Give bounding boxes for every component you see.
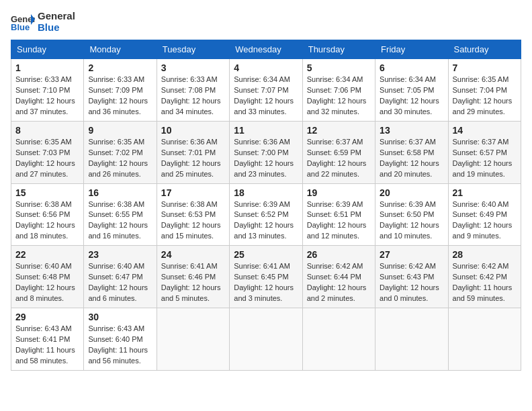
day-number: 16 (88, 187, 152, 198)
day-info: Sunrise: 6:38 AMSunset: 6:53 PMDaylight:… (161, 199, 225, 242)
day-number: 30 (88, 312, 152, 322)
logo-general-text: General (38, 11, 75, 22)
day-number: 13 (380, 125, 443, 136)
svg-text:Blue: Blue (11, 22, 30, 32)
calendar-empty-cell (302, 308, 375, 371)
day-info: Sunrise: 6:43 AMSunset: 6:40 PMDaylight:… (88, 324, 152, 367)
day-number: 19 (307, 187, 371, 198)
day-info: Sunrise: 6:36 AMSunset: 7:00 PMDaylight:… (234, 137, 298, 180)
day-info: Sunrise: 6:36 AMSunset: 7:01 PMDaylight:… (161, 137, 225, 180)
calendar-day-13: 13 Sunrise: 6:37 AMSunset: 6:58 PMDaylig… (375, 121, 448, 183)
day-number: 23 (88, 249, 152, 260)
calendar-day-12: 12 Sunrise: 6:37 AMSunset: 6:59 PMDaylig… (302, 121, 375, 183)
day-info: Sunrise: 6:38 AMSunset: 6:56 PMDaylight:… (15, 199, 79, 242)
day-info: Sunrise: 6:42 AMSunset: 6:43 PMDaylight:… (380, 261, 443, 304)
calendar-empty-cell (375, 308, 448, 371)
day-number: 5 (307, 62, 371, 73)
weekday-header-thursday: Thursday (302, 40, 375, 59)
day-number: 2 (88, 62, 152, 73)
day-info: Sunrise: 6:39 AMSunset: 6:50 PMDaylight:… (380, 199, 443, 242)
day-number: 6 (380, 62, 443, 73)
day-info: Sunrise: 6:40 AMSunset: 6:47 PMDaylight:… (88, 261, 152, 304)
calendar-day-24: 24 Sunrise: 6:41 AMSunset: 6:46 PMDaylig… (157, 246, 229, 308)
calendar-day-6: 6 Sunrise: 6:34 AMSunset: 7:05 PMDayligh… (375, 59, 448, 122)
calendar-day-11: 11 Sunrise: 6:36 AMSunset: 7:00 PMDaylig… (230, 121, 302, 183)
day-info: Sunrise: 6:37 AMSunset: 6:58 PMDaylight:… (380, 137, 443, 180)
day-info: Sunrise: 6:39 AMSunset: 6:51 PMDaylight:… (307, 199, 371, 242)
weekday-header-friday: Friday (375, 40, 448, 59)
day-info: Sunrise: 6:42 AMSunset: 6:42 PMDaylight:… (453, 261, 517, 304)
day-number: 29 (15, 312, 79, 322)
weekday-header-wednesday: Wednesday (230, 40, 302, 59)
day-number: 1 (15, 62, 79, 73)
day-info: Sunrise: 6:43 AMSunset: 6:41 PMDaylight:… (15, 324, 79, 367)
day-info: Sunrise: 6:34 AMSunset: 7:05 PMDaylight:… (380, 75, 443, 118)
calendar-day-26: 26 Sunrise: 6:42 AMSunset: 6:44 PMDaylig… (302, 246, 375, 308)
calendar-week-1: 1 Sunrise: 6:33 AMSunset: 7:10 PMDayligh… (11, 59, 521, 122)
day-number: 15 (15, 187, 79, 198)
day-number: 26 (307, 249, 371, 260)
day-info: Sunrise: 6:34 AMSunset: 7:06 PMDaylight:… (307, 75, 371, 118)
day-number: 28 (453, 249, 517, 260)
calendar-day-17: 17 Sunrise: 6:38 AMSunset: 6:53 PMDaylig… (157, 183, 229, 246)
calendar-day-20: 20 Sunrise: 6:39 AMSunset: 6:50 PMDaylig… (375, 183, 448, 246)
day-info: Sunrise: 6:37 AMSunset: 6:57 PMDaylight:… (453, 137, 517, 180)
calendar-table: SundayMondayTuesdayWednesdayThursdayFrid… (11, 40, 521, 371)
weekday-header-row: SundayMondayTuesdayWednesdayThursdayFrid… (11, 40, 521, 59)
day-number: 24 (161, 249, 225, 260)
day-info: Sunrise: 6:37 AMSunset: 6:59 PMDaylight:… (307, 137, 371, 180)
day-info: Sunrise: 6:33 AMSunset: 7:08 PMDaylight:… (161, 75, 225, 118)
day-info: Sunrise: 6:39 AMSunset: 6:52 PMDaylight:… (234, 199, 298, 242)
calendar-day-15: 15 Sunrise: 6:38 AMSunset: 6:56 PMDaylig… (11, 183, 84, 246)
page-header: General Blue General Blue (11, 11, 521, 33)
day-number: 21 (453, 187, 517, 198)
day-number: 11 (234, 125, 298, 136)
day-info: Sunrise: 6:34 AMSunset: 7:07 PMDaylight:… (234, 75, 298, 118)
calendar-empty-cell (230, 308, 302, 371)
day-info: Sunrise: 6:38 AMSunset: 6:55 PMDaylight:… (88, 199, 152, 242)
day-info: Sunrise: 6:35 AMSunset: 7:03 PMDaylight:… (15, 137, 79, 180)
day-info: Sunrise: 6:35 AMSunset: 7:02 PMDaylight:… (88, 137, 152, 180)
day-number: 14 (453, 125, 517, 136)
calendar-day-7: 7 Sunrise: 6:35 AMSunset: 7:04 PMDayligh… (448, 59, 521, 122)
calendar-day-28: 28 Sunrise: 6:42 AMSunset: 6:42 PMDaylig… (448, 246, 521, 308)
day-info: Sunrise: 6:41 AMSunset: 6:45 PMDaylight:… (234, 261, 298, 304)
day-info: Sunrise: 6:33 AMSunset: 7:10 PMDaylight:… (15, 75, 79, 118)
calendar-week-2: 8 Sunrise: 6:35 AMSunset: 7:03 PMDayligh… (11, 121, 521, 183)
calendar-day-1: 1 Sunrise: 6:33 AMSunset: 7:10 PMDayligh… (11, 59, 84, 122)
calendar-day-21: 21 Sunrise: 6:40 AMSunset: 6:49 PMDaylig… (448, 183, 521, 246)
day-number: 10 (161, 125, 225, 136)
calendar-empty-cell (448, 308, 521, 371)
day-number: 22 (15, 249, 79, 260)
logo-icon: General Blue (11, 13, 35, 32)
day-number: 17 (161, 187, 225, 198)
day-number: 4 (234, 62, 298, 73)
day-number: 25 (234, 249, 298, 260)
day-info: Sunrise: 6:35 AMSunset: 7:04 PMDaylight:… (453, 75, 517, 118)
day-number: 7 (453, 62, 517, 73)
calendar-day-23: 23 Sunrise: 6:40 AMSunset: 6:47 PMDaylig… (84, 246, 157, 308)
calendar-day-8: 8 Sunrise: 6:35 AMSunset: 7:03 PMDayligh… (11, 121, 84, 183)
day-info: Sunrise: 6:40 AMSunset: 6:48 PMDaylight:… (15, 261, 79, 304)
calendar-day-18: 18 Sunrise: 6:39 AMSunset: 6:52 PMDaylig… (230, 183, 302, 246)
day-number: 27 (380, 249, 443, 260)
weekday-header-sunday: Sunday (11, 40, 84, 59)
calendar-day-19: 19 Sunrise: 6:39 AMSunset: 6:51 PMDaylig… (302, 183, 375, 246)
day-number: 20 (380, 187, 443, 198)
day-number: 12 (307, 125, 371, 136)
weekday-header-tuesday: Tuesday (157, 40, 229, 59)
day-number: 9 (88, 125, 152, 136)
calendar-empty-cell (157, 308, 229, 371)
calendar-day-29: 29 Sunrise: 6:43 AMSunset: 6:41 PMDaylig… (11, 308, 84, 371)
calendar-day-10: 10 Sunrise: 6:36 AMSunset: 7:01 PMDaylig… (157, 121, 229, 183)
calendar-day-4: 4 Sunrise: 6:34 AMSunset: 7:07 PMDayligh… (230, 59, 302, 122)
calendar-day-3: 3 Sunrise: 6:33 AMSunset: 7:08 PMDayligh… (157, 59, 229, 122)
day-info: Sunrise: 6:41 AMSunset: 6:46 PMDaylight:… (161, 261, 225, 304)
calendar-day-2: 2 Sunrise: 6:33 AMSunset: 7:09 PMDayligh… (84, 59, 157, 122)
calendar-week-4: 22 Sunrise: 6:40 AMSunset: 6:48 PMDaylig… (11, 246, 521, 308)
calendar-day-30: 30 Sunrise: 6:43 AMSunset: 6:40 PMDaylig… (84, 308, 157, 371)
weekday-header-monday: Monday (84, 40, 157, 59)
calendar-day-14: 14 Sunrise: 6:37 AMSunset: 6:57 PMDaylig… (448, 121, 521, 183)
logo-blue-text: Blue (38, 22, 75, 34)
day-number: 8 (15, 125, 79, 136)
